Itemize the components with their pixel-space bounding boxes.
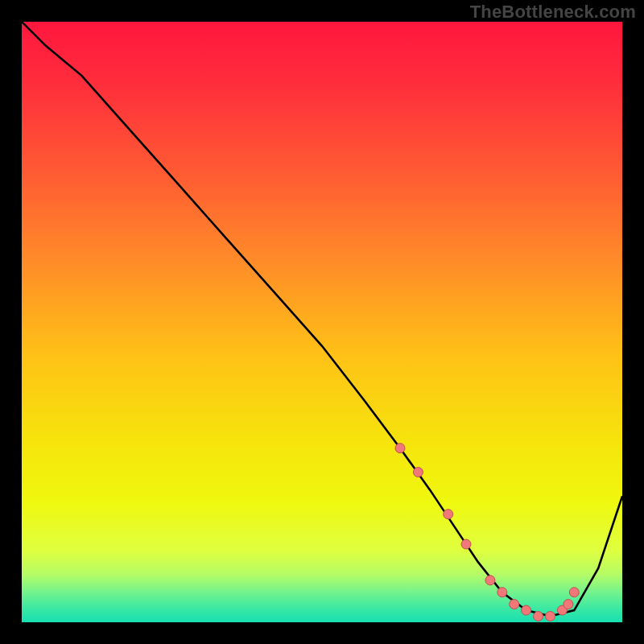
curve-marker <box>461 539 471 549</box>
curve-marker <box>546 612 555 621</box>
curve-marker <box>510 600 519 609</box>
curve-marker <box>395 444 405 453</box>
plot-area <box>22 22 622 622</box>
gradient-background <box>22 22 622 622</box>
curve-marker <box>569 588 579 597</box>
curve-marker <box>444 510 453 519</box>
plot-svg <box>22 22 622 622</box>
chart-frame: TheBottleneck.com <box>0 0 644 644</box>
curve-marker <box>522 605 531 615</box>
curve-marker <box>534 612 543 621</box>
curve-marker <box>413 468 423 477</box>
watermark-text: TheBottleneck.com <box>470 2 636 23</box>
curve-marker <box>497 588 507 597</box>
curve-marker <box>485 576 495 585</box>
curve-marker <box>564 600 573 609</box>
